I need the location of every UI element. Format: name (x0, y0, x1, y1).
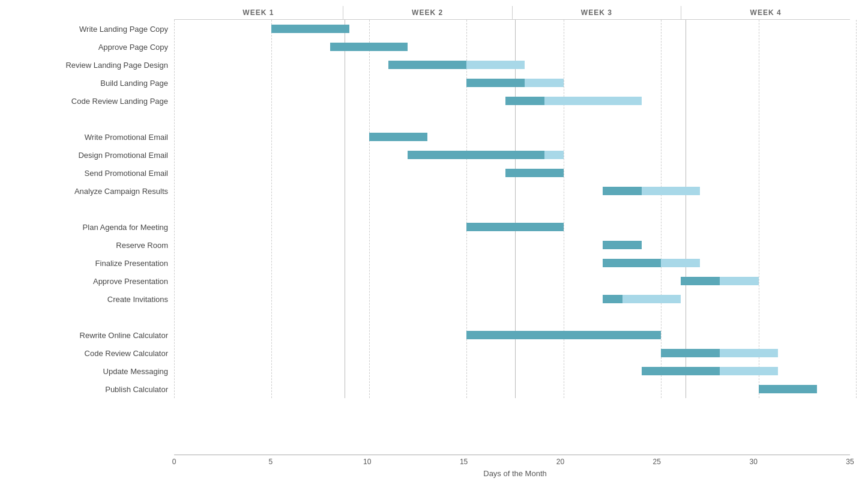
bar-row (174, 290, 856, 308)
bar-row (174, 20, 856, 38)
bar-dark-segment (603, 259, 661, 267)
x-tick: 35 (846, 458, 854, 466)
spacer-row (174, 200, 856, 218)
task-label: Update Messaging (12, 362, 174, 380)
bar-dark-segment (271, 25, 349, 33)
bar-light-segment (720, 277, 759, 285)
task-label: Review Landing Page Design (12, 56, 174, 74)
x-axis: 05101520253035 (174, 455, 850, 467)
week-header-2: WEEK 2 (343, 6, 513, 20)
bar-row (174, 344, 856, 362)
bar-dark-segment (603, 187, 642, 195)
bar-dark-segment (505, 169, 564, 177)
bar-dark-segment (603, 241, 642, 249)
chart-container: WEEK 1 WEEK 2 WEEK 3 WEEK 4 Write Landin… (0, 0, 868, 502)
task-label: Design Promotional Email (12, 146, 174, 164)
bar-light-segment (720, 367, 778, 375)
x-tick: 20 (556, 458, 564, 466)
task-labels: Write Landing Page CopyApprove Page Copy… (12, 20, 174, 398)
task-label: Approve Page Copy (12, 38, 174, 56)
task-label: Send Promotional Email (12, 164, 174, 182)
week-header-4: WEEK 4 (681, 6, 850, 20)
bar-dark-segment (642, 367, 720, 375)
bar-dark-segment (408, 151, 544, 159)
task-label: Build Landing Page (12, 74, 174, 92)
bar-row (174, 362, 856, 380)
grid-line (856, 20, 857, 398)
x-tick: 5 (269, 458, 273, 466)
bar-dark-segment (330, 43, 408, 51)
bar-light-segment (466, 61, 525, 69)
x-tick: 30 (749, 458, 757, 466)
spacer-row (174, 110, 856, 128)
bar-light-segment (642, 187, 700, 195)
bar-row (174, 56, 856, 74)
bar-row (174, 254, 856, 272)
task-label: Rewrite Online Calculator (12, 326, 174, 344)
task-label: Finalize Presentation (12, 254, 174, 272)
bar-light-segment (525, 79, 564, 87)
bar-row (174, 272, 856, 290)
x-axis-label: Days of the Month (174, 469, 856, 478)
spacer-label (12, 308, 174, 326)
bar-row (174, 164, 856, 182)
bar-dark-segment (466, 79, 525, 87)
bar-dark-segment (603, 295, 622, 303)
task-label: Analyze Campaign Results (12, 182, 174, 200)
bar-dark-segment (466, 331, 662, 339)
bar-dark-segment (759, 385, 817, 393)
x-tick: 10 (363, 458, 371, 466)
bar-light-segment (544, 97, 642, 105)
bar-row (174, 182, 856, 200)
bar-light-segment (661, 259, 700, 267)
spacer-label (12, 200, 174, 218)
x-tick: 0 (172, 458, 176, 466)
task-label: Create Invitations (12, 290, 174, 308)
spacer-row (174, 308, 856, 326)
x-tick: 25 (653, 458, 661, 466)
task-label: Plan Agenda for Meeting (12, 218, 174, 236)
bar-light-segment (720, 349, 778, 357)
bar-dark-segment (505, 97, 544, 105)
week-header-3: WEEK 3 (513, 6, 682, 20)
task-label: Write Promotional Email (12, 128, 174, 146)
week-header-1: WEEK 1 (174, 6, 343, 20)
chart-plot-area (174, 20, 856, 398)
bar-dark-segment (369, 133, 427, 141)
bar-dark-segment (388, 61, 466, 69)
bar-row (174, 74, 856, 92)
bar-row (174, 38, 856, 56)
spacer-label (12, 110, 174, 128)
bar-row (174, 236, 856, 254)
bar-row (174, 218, 856, 236)
task-label: Code Review Calculator (12, 344, 174, 362)
bar-light-segment (622, 295, 681, 303)
task-label: Write Landing Page Copy (12, 20, 174, 38)
task-label: Publish Calculator (12, 380, 174, 398)
bar-dark-segment (661, 349, 719, 357)
bar-row (174, 380, 856, 398)
bar-row (174, 146, 856, 164)
x-tick: 15 (460, 458, 468, 466)
bar-dark-segment (466, 223, 564, 231)
bar-row (174, 128, 856, 146)
bar-row (174, 326, 856, 344)
task-label: Code Review Landing Page (12, 92, 174, 110)
bar-row (174, 92, 856, 110)
task-label: Approve Presentation (12, 272, 174, 290)
bar-light-segment (544, 151, 564, 159)
task-label: Reserve Room (12, 236, 174, 254)
bar-dark-segment (681, 277, 720, 285)
